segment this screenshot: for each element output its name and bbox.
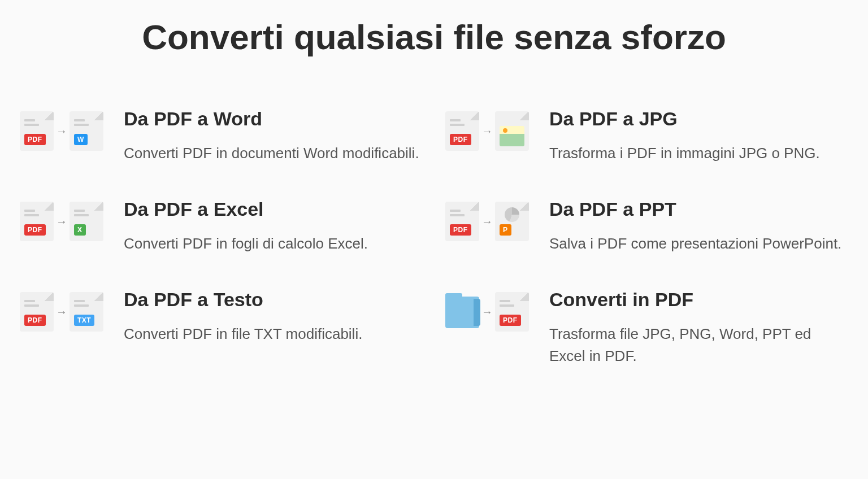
pdf-file-icon: PDF (20, 292, 54, 332)
tool-title: Da PDF a PPT (549, 198, 848, 220)
conversion-icon: PDF → P (445, 198, 529, 241)
tool-description: Converti PDF in fogli di calcolo Excel. (124, 233, 423, 255)
tool-pdf-to-text[interactable]: PDF → TXT Da PDF a Testo Converti PDF in… (20, 289, 423, 367)
tool-pdf-to-jpg[interactable]: PDF → Da PDF a JPG Trasforma i PDF in im… (445, 108, 848, 164)
pdf-file-icon: PDF (445, 202, 479, 241)
tool-title: Converti in PDF (549, 289, 848, 311)
conversion-icon: → PDF (445, 289, 529, 332)
pdf-file-icon: PDF (445, 111, 479, 151)
tool-description: Converti PDF in file TXT modificabili. (124, 323, 423, 345)
tool-description: Trasforma i PDF in immagini JPG o PNG. (549, 142, 848, 164)
txt-file-icon: TXT (70, 292, 103, 332)
conversion-icon: PDF → (445, 108, 529, 151)
conversion-icon: PDF → W (20, 108, 103, 151)
tool-pdf-to-word[interactable]: PDF → W Da PDF a Word Converti PDF in do… (20, 108, 423, 164)
tools-grid: PDF → W Da PDF a Word Converti PDF in do… (20, 108, 848, 367)
tool-description: Salva i PDF come presentazioni PowerPoin… (549, 233, 848, 255)
arrow-right-icon: → (56, 125, 67, 138)
image-file-icon (495, 111, 529, 151)
word-file-icon: W (70, 111, 103, 151)
pdf-file-icon: PDF (20, 111, 54, 151)
tool-title: Da PDF a JPG (549, 108, 848, 130)
tool-description: Trasforma file JPG, PNG, Word, PPT ed Ex… (549, 323, 848, 367)
tool-pdf-to-excel[interactable]: PDF → X Da PDF a Excel Converti PDF in f… (20, 198, 423, 255)
tool-description: Converti PDF in documenti Word modificab… (124, 142, 423, 164)
tool-pdf-to-ppt[interactable]: PDF → P Da PDF a PPT Salva i PDF come pr… (445, 198, 848, 255)
arrow-right-icon: → (481, 306, 493, 319)
ppt-file-icon: P (495, 202, 529, 241)
pdf-file-icon: PDF (20, 202, 54, 241)
arrow-right-icon: → (56, 306, 67, 319)
tool-title: Da PDF a Excel (124, 198, 423, 220)
excel-file-icon: X (70, 202, 103, 241)
pdf-file-icon: PDF (495, 292, 529, 332)
conversion-icon: PDF → TXT (20, 289, 103, 332)
tool-title: Da PDF a Word (124, 108, 423, 130)
tool-convert-to-pdf[interactable]: → PDF Converti in PDF Trasforma file JPG… (445, 289, 848, 367)
arrow-right-icon: → (56, 215, 67, 228)
conversion-icon: PDF → X (20, 198, 103, 241)
arrow-right-icon: → (481, 125, 493, 138)
folder-icon (445, 292, 479, 332)
page-title: Converti qualsiasi file senza sforzo (20, 17, 848, 57)
arrow-right-icon: → (481, 215, 493, 228)
tool-title: Da PDF a Testo (124, 289, 423, 311)
